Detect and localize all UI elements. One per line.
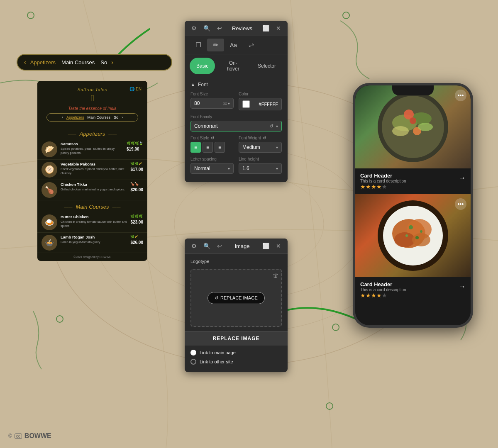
menu-card: 🌐 EN Saffron Tales 𓅃 Taste the essence o… <box>37 81 147 261</box>
inner-nav-so[interactable]: So <box>114 115 118 119</box>
search-icon[interactable]: 🔍 <box>202 24 212 32</box>
reviews-tabs: Basic On-hover Selector <box>185 54 288 78</box>
menu-item-price-samosas: $19.00 <box>127 147 143 151</box>
section-appetizers: Appetizers <box>37 131 147 137</box>
nav-right-arrow[interactable]: › <box>111 59 113 66</box>
nav-item-so[interactable]: So <box>100 59 107 66</box>
replace-image-main-button[interactable]: REPLACE IMAGE <box>185 331 288 346</box>
svg-point-13 <box>418 123 433 131</box>
menu-item-img-lamb: 🍲 <box>42 235 57 251</box>
image-maximize-icon[interactable]: ⬜ <box>261 242 271 250</box>
reviews-panel: ⚙ 🔍 ↩ Reviews ⬜ ✕ ☐ ✏ Aa ⇌ Basic On-hove… <box>185 21 288 182</box>
layout-tool[interactable]: ☐ <box>190 39 207 51</box>
inner-nav-appetizers[interactable]: Appetizers <box>66 115 84 119</box>
text-tool[interactable]: Aa <box>224 39 243 51</box>
menu-item-tikka: 🍗 Chicken Tikka Grilled chicken marinate… <box>37 180 147 200</box>
svg-point-23 <box>405 234 408 237</box>
nav-item-main-courses[interactable]: Main Courses <box>61 59 95 66</box>
menu-item-img-tikka: 🍗 <box>42 182 57 198</box>
align-right-btn[interactable]: ≡ <box>215 142 225 153</box>
logotype-area: 🗑 ↺ REPLACE IMAGE <box>190 269 282 327</box>
menu-item-img-pakoras: 🫓 <box>42 162 57 178</box>
font-weight-input[interactable]: Medium ▾ <box>239 142 282 153</box>
reset-font-icon[interactable]: ↺ <box>269 123 273 129</box>
color-field: Color #FFFFFF <box>239 92 282 110</box>
font-size-input[interactable]: 80 px ▾ <box>190 98 234 109</box>
letter-spacing-input[interactable]: Normal ▾ <box>190 163 234 174</box>
menu-item-lamb: 🍲 Lamb Rogan Josh Lamb in yogurt-tomato … <box>37 233 147 253</box>
svg-point-12 <box>392 126 409 136</box>
menu-inner-nav[interactable]: ‹ Appetizers Main Courses So › <box>46 113 138 122</box>
nav-left-arrow[interactable]: ‹ <box>24 59 26 66</box>
maximize-icon[interactable]: ⬜ <box>261 24 271 32</box>
menu-item-butter-chicken: 🍛 Butter Chicken Chicken in creamy tomat… <box>37 212 147 233</box>
undo-icon[interactable]: ↩ <box>215 24 224 32</box>
font-style-buttons: ≡ ≡ ≡ <box>190 142 234 153</box>
card-header-row-1: Card Header This is a card description → <box>360 173 466 183</box>
font-style-weight-row: Font Style ↺ ≡ ≡ ≡ Font Weight ↺ Medium … <box>190 136 282 153</box>
reset-weight-icon[interactable]: ↺ <box>263 136 266 140</box>
font-family-input[interactable]: Cormorant ↺ ▾ <box>190 121 282 131</box>
card-more-btn-2[interactable]: ••• <box>455 198 466 210</box>
tab-on-hover[interactable]: On-hover <box>217 58 249 74</box>
style-tool[interactable]: ✏ <box>207 39 224 51</box>
font-weight-label: Font Weight ↺ <box>239 136 282 140</box>
menu-globe-en[interactable]: 🌐 EN <box>129 87 142 91</box>
image-undo-icon[interactable]: ↩ <box>215 242 224 250</box>
radio-main-page[interactable] <box>190 350 196 355</box>
close-icon[interactable]: ✕ <box>274 24 283 32</box>
phone-card-1: ••• Card Header <box>355 85 471 193</box>
reviews-panel-title: Reviews <box>227 25 257 32</box>
image-close-icon[interactable]: ✕ <box>274 242 283 250</box>
card-info-1: Card Header This is a card description →… <box>355 168 471 193</box>
radio-other-site[interactable] <box>190 359 196 365</box>
tab-selector[interactable]: Selector <box>251 58 283 74</box>
font-size-label: Font Size <box>190 92 234 96</box>
bowwe-brand: BOWWE <box>24 432 51 440</box>
letter-spacing-line-height-row: Letter spacing Normal ▾ Line height 1.6 … <box>190 157 282 174</box>
settings-icon[interactable]: ⚙ <box>190 24 198 32</box>
link-options: Link to main page Link to other site <box>185 346 288 372</box>
color-label: Color <box>239 92 282 96</box>
shuffle-tool[interactable]: ⇌ <box>243 39 260 51</box>
font-family-field: Font Family Cormorant ↺ ▾ <box>190 114 282 131</box>
link-main-option[interactable]: Link to main page <box>190 350 282 355</box>
card-arrow-2[interactable]: → <box>459 283 466 290</box>
image-settings-icon[interactable]: ⚙ <box>190 242 198 250</box>
logotype-label: Logotype <box>185 254 288 265</box>
menu-item-info-tikka: Chicken Tikka Grilled chicken marinated … <box>61 182 127 192</box>
menu-brand-name: Saffron Tales <box>42 88 142 92</box>
delete-icon[interactable]: 🗑 <box>273 272 278 279</box>
font-size-color-row: Font Size 80 px ▾ Color #FFFFFF <box>190 92 282 110</box>
phone-mockup: ••• Card Header <box>353 83 473 328</box>
align-left-btn[interactable]: ≡ <box>190 142 201 153</box>
card-more-btn-1[interactable]: ••• <box>455 90 466 101</box>
phone-notch <box>392 85 434 95</box>
menu-item-img-samosas: 🥟 <box>42 141 57 157</box>
top-nav-bar[interactable]: ‹ Appetizers Main Courses So › <box>17 54 172 71</box>
card-arrow-1[interactable]: → <box>459 174 466 182</box>
menu-logo-icon: 𓅃 <box>42 93 142 104</box>
reset-style-icon[interactable]: ↺ <box>211 136 214 140</box>
image-search-icon[interactable]: 🔍 <box>202 242 212 250</box>
menu-item-icons-3: 🍗🍗 <box>130 182 143 186</box>
menu-item-info-samosas: Samosas Spiced potatoes, peas, stuffed i… <box>61 141 123 155</box>
section-main-courses: Main Courses <box>37 204 147 210</box>
image-panel: ⚙ 🔍 ↩ Image ⬜ ✕ Logotype 🗑 ↺ REPLACE IMA… <box>185 239 288 372</box>
reviews-panel-content: ▲ Font Font Size 80 px ▾ Color #FFFFFF <box>185 78 288 182</box>
copyright-icon: © <box>8 433 12 439</box>
svg-point-21 <box>409 225 413 229</box>
replace-image-inline-button[interactable]: ↺ REPLACE IMAGE <box>208 292 265 304</box>
tab-basic[interactable]: Basic <box>190 58 215 74</box>
nav-item-appetizers[interactable]: Appetizers <box>30 59 56 66</box>
link-other-option[interactable]: Link to other site <box>190 359 282 365</box>
inner-nav-main[interactable]: Main Courses <box>87 115 110 119</box>
line-height-input[interactable]: 1.6 ▾ <box>239 163 282 174</box>
card-header-1: Card Header This is a card description <box>360 173 406 183</box>
align-center-btn[interactable]: ≡ <box>203 142 213 153</box>
card-image-salad: ••• <box>355 85 471 168</box>
font-section-header: ▲ Font <box>190 82 282 88</box>
color-input[interactable]: #FFFFFF <box>239 98 282 110</box>
svg-point-22 <box>415 236 419 239</box>
menu-item-img-butter: 🍛 <box>42 214 57 230</box>
